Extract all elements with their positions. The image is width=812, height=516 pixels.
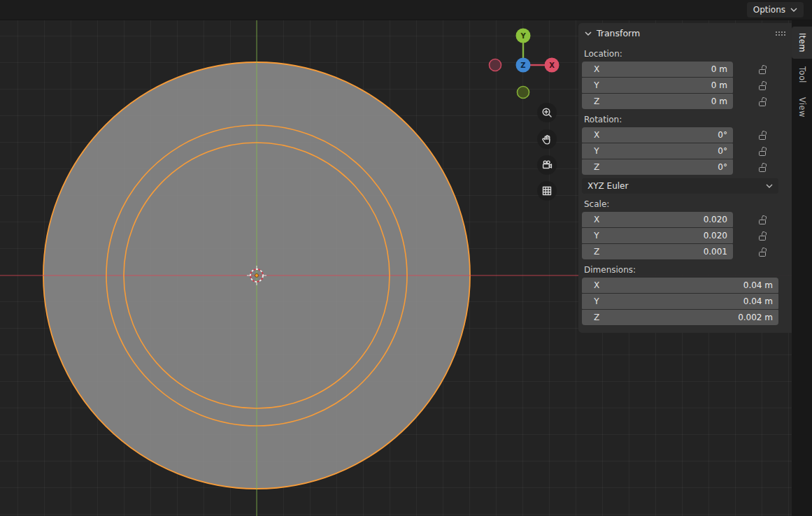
unlock-icon[interactable] bbox=[759, 248, 766, 257]
axis-label: Y bbox=[587, 80, 606, 90]
sidebar-panel: Transform Location: X 0 m Y 0 m bbox=[578, 23, 792, 333]
axis-label: Z bbox=[587, 247, 606, 257]
unlock-icon[interactable] bbox=[759, 215, 766, 224]
dimensions-z-field[interactable]: Z 0.002 m bbox=[582, 310, 778, 325]
dimensions-section-label: Dimensions: bbox=[584, 265, 790, 275]
field-value: 0° bbox=[718, 130, 727, 140]
axis-label: Y bbox=[587, 296, 606, 306]
tab-item-label: Item bbox=[797, 33, 807, 52]
unlock-icon[interactable] bbox=[759, 97, 766, 106]
options-dropdown-button[interactable]: Options bbox=[747, 2, 804, 17]
rotation-section-label: Rotation: bbox=[584, 115, 790, 124]
scale-section-label: Scale: bbox=[584, 199, 790, 209]
field-value: 0 m bbox=[711, 80, 727, 90]
field-value: 0 m bbox=[711, 64, 727, 74]
object-origin-dot bbox=[255, 274, 259, 278]
location-section-label: Location: bbox=[584, 49, 790, 59]
unlock-icon[interactable] bbox=[759, 81, 766, 90]
unlock-icon[interactable] bbox=[759, 131, 766, 140]
blender-window: Options bbox=[0, 0, 812, 516]
axis-label: Z bbox=[587, 162, 606, 172]
tab-tool[interactable]: Tool bbox=[792, 60, 812, 89]
location-z-field[interactable]: Z 0 m bbox=[582, 94, 733, 109]
scale-z-field[interactable]: Z 0.001 bbox=[582, 244, 733, 259]
viewport-header: Options bbox=[0, 0, 812, 20]
axis-label: X bbox=[587, 64, 606, 74]
rotation-z-field[interactable]: Z 0° bbox=[582, 159, 733, 175]
gizmo-axis-x-negative[interactable] bbox=[490, 59, 501, 71]
axis-label: X bbox=[587, 280, 606, 290]
axis-label: Z bbox=[587, 96, 606, 106]
panel-title: Transform bbox=[597, 28, 640, 38]
zoom-button[interactable] bbox=[537, 103, 557, 122]
nav-gizmo[interactable]: Y X Z bbox=[490, 29, 560, 99]
grip-dots-icon[interactable] bbox=[775, 31, 785, 36]
location-y-field[interactable]: Y 0 m bbox=[582, 78, 733, 93]
field-value: 0° bbox=[718, 146, 727, 156]
hand-pan-icon bbox=[541, 133, 553, 145]
field-value: 0.002 m bbox=[738, 313, 773, 322]
axis-label: Y bbox=[587, 146, 606, 156]
unlock-icon[interactable] bbox=[759, 65, 766, 74]
field-value: 0.020 bbox=[704, 231, 727, 241]
rotation-mode-dropdown[interactable]: XYZ Euler bbox=[582, 178, 778, 194]
axis-label: X bbox=[587, 130, 606, 140]
chevron-down-icon bbox=[766, 184, 773, 188]
viewport-3d[interactable]: Y X Z bbox=[0, 20, 792, 516]
unlock-icon[interactable] bbox=[759, 231, 766, 241]
unlock-icon[interactable] bbox=[759, 147, 766, 156]
rotation-x-field[interactable]: X 0° bbox=[582, 127, 733, 143]
field-value: 0.04 m bbox=[743, 280, 773, 290]
dimensions-x-field[interactable]: X 0.04 m bbox=[582, 278, 778, 293]
field-value: 0.020 bbox=[704, 215, 727, 224]
gizmo-z-label: Z bbox=[520, 62, 525, 69]
scale-x-field[interactable]: X 0.020 bbox=[582, 212, 733, 227]
grid-toggle-button[interactable] bbox=[537, 181, 557, 201]
tab-view-label: View bbox=[797, 97, 807, 117]
pan-button[interactable] bbox=[537, 129, 557, 149]
camera-view-button[interactable] bbox=[537, 155, 557, 175]
field-value: 0.04 m bbox=[743, 296, 773, 306]
field-value: 0° bbox=[718, 162, 727, 172]
tab-item[interactable]: Item bbox=[792, 27, 812, 59]
tab-tool-label: Tool bbox=[797, 66, 807, 83]
chevron-down-icon bbox=[790, 8, 797, 12]
dimensions-y-field[interactable]: Y 0.04 m bbox=[582, 294, 778, 309]
gizmo-axis-y-negative[interactable] bbox=[518, 87, 529, 99]
options-label: Options bbox=[753, 5, 785, 15]
chevron-down-icon bbox=[585, 31, 592, 36]
camera-view-icon bbox=[541, 159, 553, 171]
zoom-icon bbox=[541, 106, 553, 119]
gizmo-y-label: Y bbox=[520, 32, 526, 40]
scale-y-field[interactable]: Y 0.020 bbox=[582, 228, 733, 243]
gizmo-x-label: X bbox=[549, 62, 555, 69]
rotation-mode-value: XYZ Euler bbox=[587, 181, 628, 191]
rotation-y-field[interactable]: Y 0° bbox=[582, 143, 733, 159]
location-x-field[interactable]: X 0 m bbox=[582, 62, 733, 77]
grid-toggle-icon bbox=[541, 185, 553, 197]
axis-label: Z bbox=[587, 313, 606, 322]
axis-label: X bbox=[587, 215, 606, 224]
axis-label: Y bbox=[587, 231, 606, 241]
sidebar-tab-strip: Item Tool View bbox=[792, 20, 812, 516]
field-value: 0.001 bbox=[704, 247, 727, 257]
unlock-icon[interactable] bbox=[759, 163, 766, 172]
transform-panel-header[interactable]: Transform bbox=[578, 23, 792, 43]
tab-view[interactable]: View bbox=[792, 91, 812, 124]
field-value: 0 m bbox=[711, 96, 727, 106]
